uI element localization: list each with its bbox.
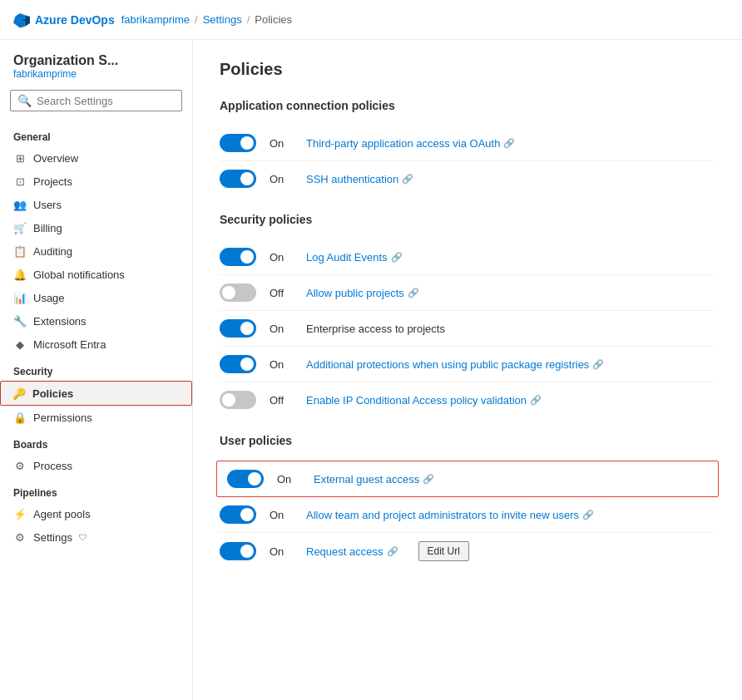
extensions-icon: 🔧 [13, 314, 27, 328]
sidebar-item-agent-pools[interactable]: ⚡ Agent pools [0, 502, 192, 525]
policy-name-invite-users[interactable]: Allow team and project administrators to… [306, 509, 594, 521]
breadcrumb-current: Policies [255, 13, 292, 26]
toggle-label-enterprise-access: On [270, 323, 293, 335]
sidebar-item-process[interactable]: ⚙ Process [0, 454, 192, 477]
settings-icon: ⚙ [13, 530, 27, 544]
policy-row-ssh: On SSH authentication 🔗 [220, 161, 715, 196]
toggle-invite-users[interactable] [220, 505, 256, 524]
toggle-label-ssh: On [270, 173, 293, 185]
toggle-external-guest[interactable] [227, 470, 264, 488]
policy-name-public-projects[interactable]: Allow public projects 🔗 [306, 287, 419, 299]
page-title: Policies [220, 60, 715, 79]
project-icon: ⊡ [13, 175, 27, 188]
policy-row-request-access: On Request access 🔗 Edit Url [220, 533, 715, 569]
policy-row-enterprise-access: On Enterprise access to projects [220, 311, 715, 347]
policy-name-external-guest[interactable]: External guest access 🔗 [314, 473, 434, 486]
sidebar-item-overview[interactable]: ⊞ Overview [0, 146, 192, 170]
policy-row-log-audit: On Log Audit Events 🔗 [220, 239, 715, 275]
policy-row-invite-users: On Allow team and project administrators… [220, 497, 715, 533]
process-icon: ⚙ [13, 459, 27, 472]
toggle-label-external-guest: On [277, 473, 300, 486]
sidebar-item-permissions[interactable]: 🔒 Permissions [0, 406, 192, 429]
toggle-ssh[interactable] [220, 170, 256, 188]
sidebar-item-policies[interactable]: 🔑 Policies [0, 381, 192, 406]
policy-name-log-audit[interactable]: Log Audit Events 🔗 [306, 251, 403, 264]
sidebar-item-global-notifications[interactable]: 🔔 Global notifications [0, 263, 192, 286]
policy-row-public-projects: Off Allow public projects 🔗 [220, 275, 715, 311]
bell-icon: 🔔 [13, 268, 27, 281]
breadcrumb-settings[interactable]: Settings [203, 13, 242, 26]
shield-small-icon: 🛡 [79, 533, 87, 542]
toggle-log-audit[interactable] [220, 248, 256, 266]
section-title-user: User policies [220, 434, 715, 447]
org-subtitle: fabrikamprime [0, 68, 192, 90]
section-app-connection: Application connection policies On Third… [220, 99, 715, 196]
sidebar-item-settings-pipelines[interactable]: ⚙ Settings 🛡 [0, 525, 192, 549]
toggle-request-access[interactable] [220, 542, 256, 560]
users-icon: 👥 [13, 198, 27, 211]
link-icon-ssh: 🔗 [402, 174, 413, 185]
section-header-pipelines: Pipelines [0, 477, 192, 502]
sidebar-item-billing[interactable]: 🛒 Billing [0, 216, 192, 239]
breadcrumb: fabrikamprime / Settings / Policies [121, 13, 292, 26]
section-user-policies: User policies On External guest access 🔗… [220, 434, 715, 569]
search-input[interactable] [37, 95, 175, 107]
shield-icon: 🔑 [12, 387, 26, 400]
section-header-security: Security [0, 356, 192, 381]
search-box[interactable]: 🔍 [10, 90, 182, 111]
toggle-ip-conditional[interactable] [220, 391, 256, 409]
billing-icon: 🛒 [13, 221, 27, 234]
policy-name-ip-conditional[interactable]: Enable IP Conditional Access policy vali… [306, 394, 542, 407]
link-icon-external-guest: 🔗 [423, 474, 434, 485]
toggle-label-invite-users: On [270, 509, 293, 521]
policy-name-request-access[interactable]: Request access 🔗 [306, 545, 398, 558]
sidebar-item-users[interactable]: 👥 Users [0, 193, 192, 216]
top-nav: Azure DevOps fabrikamprime / Settings / … [0, 0, 742, 40]
policy-name-additional-protections[interactable]: Additional protections when using public… [306, 358, 604, 371]
sidebar: Organization S... fabrikamprime 🔍 Genera… [0, 40, 193, 700]
policy-row-oauth: On Third-party application access via OA… [220, 126, 715, 161]
link-icon-public-projects: 🔗 [408, 288, 419, 298]
toggle-label-additional-protections: On [270, 358, 293, 371]
section-title-app-connection: Application connection policies [220, 99, 715, 112]
link-icon-oauth: 🔗 [503, 138, 515, 149]
sidebar-item-auditing[interactable]: 📋 Auditing [0, 239, 192, 263]
policy-name-enterprise-access: Enterprise access to projects [306, 323, 445, 335]
link-icon-log-audit: 🔗 [391, 252, 403, 263]
link-icon-invite-users: 🔗 [582, 510, 594, 520]
policy-name-oauth[interactable]: Third-party application access via OAuth… [306, 137, 515, 150]
toggle-enterprise-access[interactable] [220, 319, 256, 338]
agent-icon: ⚡ [13, 507, 27, 520]
org-title: Organization S... [0, 50, 192, 68]
edit-url-button[interactable]: Edit Url [418, 541, 469, 561]
link-icon-additional-protections: 🔗 [592, 359, 604, 370]
section-header-boards: Boards [0, 429, 192, 454]
sidebar-item-extensions[interactable]: 🔧 Extensions [0, 309, 192, 333]
azure-devops-logo[interactable]: Azure DevOps [13, 12, 115, 28]
policy-row-ip-conditional: Off Enable IP Conditional Access policy … [220, 382, 715, 417]
toggle-label-request-access: On [270, 545, 293, 558]
usage-icon: 📊 [13, 291, 27, 304]
breadcrumb-org[interactable]: fabrikamprime [121, 13, 190, 26]
toggle-label-ip-conditional: Off [270, 394, 293, 407]
toggle-oauth[interactable] [220, 134, 256, 152]
link-icon-ip-conditional: 🔗 [530, 395, 542, 406]
grid-icon: ⊞ [13, 151, 27, 165]
sidebar-item-microsoft-entra[interactable]: ◆ Microsoft Entra [0, 333, 192, 356]
auditing-icon: 📋 [13, 244, 27, 258]
entra-icon: ◆ [13, 338, 27, 351]
toggle-label-public-projects: Off [270, 287, 293, 299]
policy-name-ssh[interactable]: SSH authentication 🔗 [306, 173, 413, 185]
permissions-icon: 🔒 [13, 411, 27, 424]
toggle-public-projects[interactable] [220, 283, 256, 302]
toggle-label-log-audit: On [270, 251, 293, 264]
section-header-general: General [0, 121, 192, 146]
sidebar-item-usage[interactable]: 📊 Usage [0, 286, 192, 309]
sidebar-item-projects[interactable]: ⊡ Projects [0, 170, 192, 193]
toggle-label-oauth: On [270, 137, 293, 150]
main-layout: Organization S... fabrikamprime 🔍 Genera… [0, 40, 742, 700]
toggle-additional-protections[interactable] [220, 355, 256, 373]
section-title-security: Security policies [220, 213, 715, 226]
content-area: Policies Application connection policies… [193, 40, 742, 700]
section-security-policies: Security policies On Log Audit Events 🔗 … [220, 213, 715, 417]
